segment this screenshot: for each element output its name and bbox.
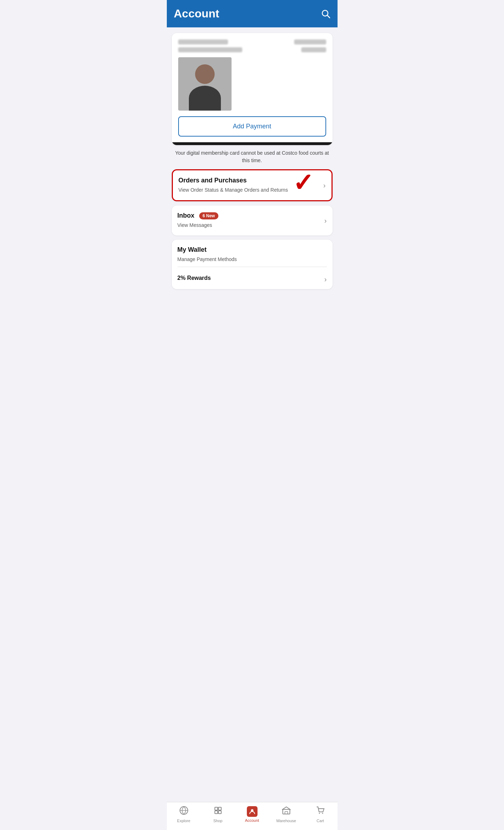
wallet-inner: My Wallet Manage Payment Methods 2% Rewa… [177, 246, 327, 289]
blurred-name-block [178, 39, 242, 52]
inbox-title: Inbox 6 New [177, 212, 321, 219]
inbox-card[interactable]: Inbox 6 New View Messages › [172, 206, 333, 235]
card-right-block [294, 39, 326, 52]
chevron-right-icon: › [324, 275, 327, 283]
shop-label: Shop [213, 819, 223, 823]
shop-icon [213, 806, 223, 817]
cart-label: Cart [317, 819, 324, 823]
svg-rect-5 [218, 811, 221, 814]
svg-point-9 [319, 813, 320, 814]
warehouse-label: Warehouse [276, 819, 296, 823]
membership-card: Add Payment [172, 33, 333, 145]
membership-notice: Your digital membership card cannot be u… [174, 149, 330, 164]
warehouse-icon [282, 806, 291, 817]
blurred-name-line [178, 39, 228, 44]
svg-rect-3 [218, 807, 221, 810]
blurred-info-line [178, 47, 242, 52]
wallet-card[interactable]: My Wallet Manage Payment Methods 2% Rewa… [172, 240, 333, 289]
svg-rect-4 [215, 811, 218, 814]
card-top [178, 39, 326, 52]
nav-shop[interactable]: Shop [201, 806, 235, 823]
account-icon [247, 806, 258, 817]
inbox-card-content: Inbox 6 New View Messages [177, 212, 321, 229]
account-label: Account [245, 818, 259, 823]
add-payment-button[interactable]: Add Payment [178, 116, 326, 137]
checkmark-icon: ✓ [293, 170, 314, 195]
wallet-title: My Wallet [177, 246, 237, 254]
main-content: Add Payment Your digital membership card… [167, 27, 338, 325]
app-header: Account [167, 0, 338, 27]
inbox-subtitle: View Messages [177, 222, 321, 229]
rewards-title: 2% Rewards [177, 275, 211, 281]
cart-icon [316, 806, 325, 817]
card-bottom-bar [172, 142, 333, 145]
explore-label: Explore [177, 819, 190, 823]
nav-cart[interactable]: Cart [303, 806, 338, 823]
explore-icon [179, 806, 189, 817]
chevron-right-icon: › [323, 181, 326, 190]
svg-point-10 [322, 813, 323, 814]
wallet-top: My Wallet Manage Payment Methods [177, 246, 327, 263]
chevron-right-icon: › [324, 217, 327, 225]
bottom-nav: Explore Shop Account [167, 802, 338, 830]
blurred-card-date [301, 47, 326, 52]
wallet-divider [177, 267, 327, 267]
svg-rect-2 [215, 807, 218, 810]
header-title: Account [174, 7, 219, 20]
nav-account[interactable]: Account [235, 806, 269, 823]
orders-purchases-card[interactable]: Orders and Purchases View Order Status &… [172, 169, 333, 201]
rewards-partial-row[interactable]: 2% Rewards › [177, 271, 327, 288]
nav-warehouse[interactable]: Warehouse [269, 806, 303, 823]
member-photo [178, 57, 232, 111]
wallet-subtitle: Manage Payment Methods [177, 256, 237, 263]
inbox-badge: 6 New [199, 212, 219, 219]
search-button[interactable] [321, 9, 330, 18]
nav-explore[interactable]: Explore [167, 806, 201, 823]
search-icon [321, 9, 330, 18]
svg-rect-8 [285, 812, 288, 814]
svg-line-1 [327, 15, 330, 18]
blurred-card-id [294, 39, 326, 44]
